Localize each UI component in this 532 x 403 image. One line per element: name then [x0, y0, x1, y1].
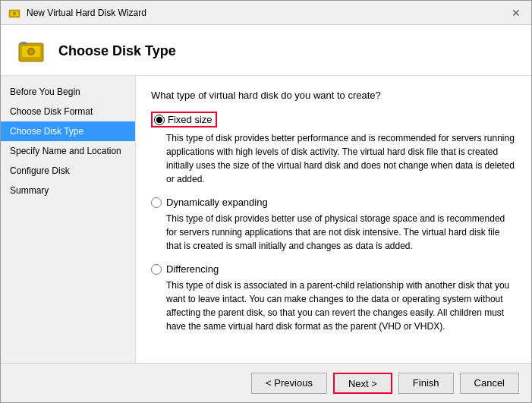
- option-group-differencing: Differencing This type of disk is associ…: [151, 263, 516, 333]
- title-bar: New Virtual Hard Disk Wizard ✕: [1, 1, 531, 25]
- differencing-label: Differencing: [166, 263, 219, 275]
- fixed-size-desc: This type of disk provides better perfor…: [166, 131, 516, 186]
- sidebar-item-configure-disk[interactable]: Configure Disk: [1, 161, 135, 181]
- title-bar-icon: [8, 7, 20, 19]
- differencing-radio[interactable]: [151, 264, 162, 275]
- svg-point-7: [29, 49, 33, 54]
- option-header-fixed-size: Fixed size: [151, 112, 516, 128]
- svg-rect-8: [20, 42, 27, 45]
- header-icon: [16, 36, 46, 66]
- sidebar-item-choose-disk-type[interactable]: Choose Disk Type: [1, 121, 135, 141]
- wizard-window: New Virtual Hard Disk Wizard ✕ Choose Di…: [0, 0, 532, 403]
- option-header-differencing: Differencing: [151, 263, 516, 275]
- footer: < Previous Next > Finish Cancel: [1, 363, 531, 402]
- sidebar-item-before-you-begin[interactable]: Before You Begin: [1, 82, 135, 102]
- previous-button[interactable]: < Previous: [251, 373, 327, 394]
- option-group-fixed-size: Fixed size This type of disk provides be…: [151, 112, 516, 186]
- header-section: Choose Disk Type: [1, 25, 531, 76]
- content-area: What type of virtual hard disk do you wa…: [136, 76, 531, 363]
- cancel-button[interactable]: Cancel: [460, 373, 519, 394]
- svg-point-3: [14, 13, 15, 14]
- title-bar-title: New Virtual Hard Disk Wizard: [27, 8, 146, 18]
- close-button[interactable]: ✕: [508, 7, 524, 19]
- fixed-size-label: Fixed size: [168, 114, 212, 125]
- dynamically-expanding-radio[interactable]: [151, 197, 162, 208]
- finish-button[interactable]: Finish: [398, 373, 454, 394]
- sidebar-item-summary[interactable]: Summary: [1, 181, 135, 200]
- option-header-dynamically-expanding: Dynamically expanding: [151, 197, 516, 208]
- fixed-size-radio[interactable]: [154, 115, 165, 125]
- sidebar: Before You Begin Choose Disk Format Choo…: [1, 76, 136, 363]
- question-label: What type of virtual hard disk do you wa…: [151, 90, 516, 101]
- sidebar-item-choose-disk-format[interactable]: Choose Disk Format: [1, 102, 135, 121]
- sidebar-item-specify-name-location[interactable]: Specify Name and Location: [1, 141, 135, 161]
- dynamically-expanding-desc: This type of disk provides better use of…: [166, 212, 516, 253]
- dynamically-expanding-label: Dynamically expanding: [166, 197, 268, 208]
- next-button[interactable]: Next >: [333, 373, 392, 394]
- title-bar-left: New Virtual Hard Disk Wizard: [8, 7, 146, 19]
- header-title: Choose Disk Type: [58, 43, 176, 59]
- disk-icon: [16, 36, 46, 66]
- fixed-size-radio-box: Fixed size: [151, 112, 217, 128]
- main-content: Before You Begin Choose Disk Format Choo…: [1, 76, 531, 363]
- differencing-desc: This type of disk is associated in a par…: [166, 279, 516, 333]
- option-group-dynamically-expanding: Dynamically expanding This type of disk …: [151, 197, 516, 253]
